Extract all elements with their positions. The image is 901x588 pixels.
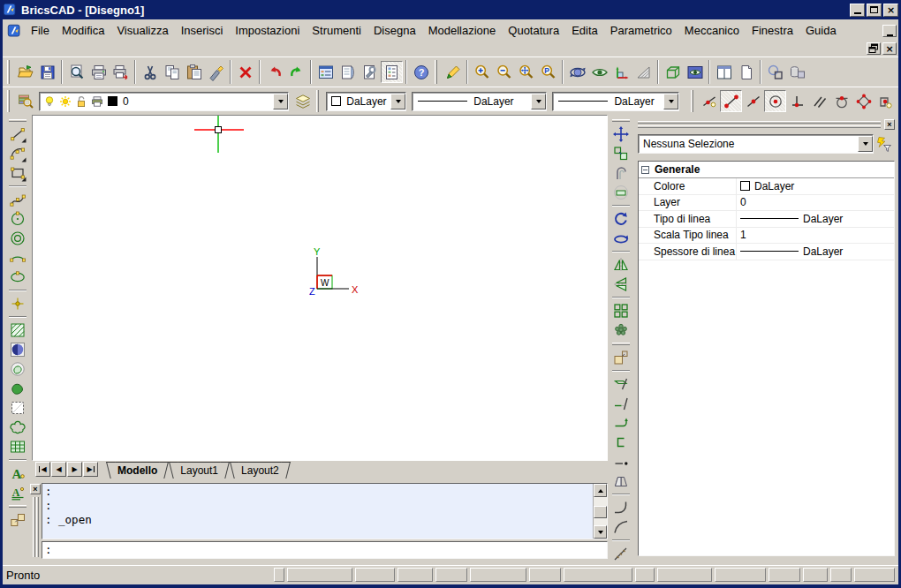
gradient-button[interactable] <box>7 340 28 359</box>
wipeout-button[interactable] <box>7 398 28 418</box>
entity-select-button[interactable] <box>764 61 786 83</box>
render-button[interactable] <box>684 61 706 83</box>
unlock-icon[interactable] <box>74 94 88 109</box>
copy-button[interactable] <box>161 61 183 83</box>
block-button[interactable] <box>7 510 28 530</box>
layer-states-button[interactable] <box>292 90 314 112</box>
snap-tangent-button[interactable] <box>830 90 852 112</box>
command-dock-close-button[interactable]: × <box>30 484 41 494</box>
property-filter-button[interactable] <box>874 134 895 154</box>
property-row[interactable]: ColoreDaLayer <box>639 178 894 195</box>
chamfer-button[interactable] <box>610 544 632 563</box>
toolbar-grip[interactable] <box>612 343 630 345</box>
mtext-button[interactable]: A <box>7 483 28 502</box>
lineweight-combo[interactable]: DaLayer <box>552 92 679 111</box>
selection-combo[interactable]: Nessuna Selezione <box>638 134 874 154</box>
arc-button[interactable] <box>7 144 28 163</box>
snap-endpoint-button[interactable] <box>720 90 742 112</box>
boundary-button[interactable] <box>7 379 28 398</box>
zoom-in-button[interactable] <box>471 61 493 83</box>
lengthen-button[interactable] <box>610 413 632 433</box>
scrollbar-up-button[interactable] <box>594 484 607 497</box>
snap-parallel-button[interactable] <box>808 90 830 112</box>
selection-combo-dropdown-button[interactable] <box>858 136 873 152</box>
first-tab-button[interactable]: ◀ <box>35 462 50 477</box>
region-button[interactable] <box>7 359 28 379</box>
menu-item-disegna[interactable]: Disegna <box>367 20 422 41</box>
snap-insertion-button[interactable] <box>874 90 897 112</box>
ucs-icon-button[interactable] <box>610 61 632 83</box>
properties-button[interactable] <box>381 61 403 83</box>
box-3d-button[interactable] <box>662 61 684 83</box>
collapse-icon[interactable] <box>641 166 649 174</box>
property-value[interactable]: DaLayer <box>736 244 894 260</box>
undo-button[interactable] <box>263 61 285 83</box>
cut-button[interactable] <box>139 61 161 83</box>
slice-button[interactable] <box>610 471 632 491</box>
circle-button[interactable] <box>7 209 28 229</box>
scrollbar-track[interactable] <box>594 497 607 525</box>
spline-button[interactable] <box>7 190 28 209</box>
scale-button[interactable] <box>610 348 632 367</box>
help-button[interactable]: ? <box>410 61 432 83</box>
sheet-set-button[interactable] <box>337 61 359 83</box>
orbit-button[interactable] <box>566 61 588 83</box>
rectangle-button[interactable] <box>7 163 28 183</box>
linetype-combo-dropdown-button[interactable] <box>531 94 546 109</box>
previous-tab-button[interactable]: ◀ <box>51 462 66 477</box>
extend-button[interactable] <box>610 394 632 413</box>
zoom-previous-button[interactable]: P <box>537 61 559 83</box>
erase-button[interactable] <box>234 61 256 83</box>
next-tab-button[interactable]: ▶ <box>67 462 82 477</box>
solids-button[interactable] <box>786 61 808 83</box>
layer-combo[interactable]: 0 <box>39 92 289 111</box>
print-button[interactable] <box>87 61 110 83</box>
redo-button[interactable] <box>285 61 307 83</box>
property-value[interactable]: 0 <box>736 195 894 211</box>
snap-center-button[interactable] <box>764 90 786 112</box>
rotate-button[interactable] <box>610 209 632 229</box>
ellipse-button[interactable] <box>7 268 28 287</box>
drawing-canvas[interactable]: Y W Z X <box>32 115 608 461</box>
mdi-close-button[interactable]: × <box>882 42 897 55</box>
menu-item-parametrico[interactable]: Parametrico <box>604 20 678 41</box>
tile-windows-button[interactable] <box>713 61 735 83</box>
move-button[interactable] <box>610 124 632 144</box>
text-button[interactable]: A <box>7 464 28 483</box>
lineweight-combo-dropdown-button[interactable] <box>663 94 678 109</box>
linetype-combo[interactable]: DaLayer <box>412 92 547 111</box>
offset-button[interactable] <box>610 163 632 183</box>
mirror-3d-button[interactable] <box>610 275 632 294</box>
settings-button[interactable] <box>359 61 381 83</box>
print-preview-button[interactable] <box>65 61 87 83</box>
menu-item-visualizza[interactable]: Visualizza <box>110 20 174 41</box>
menu-item-finestra[interactable]: Finestra <box>746 20 799 41</box>
zoom-extents-button[interactable] <box>515 61 537 83</box>
last-tab-button[interactable]: ▶ <box>83 462 98 477</box>
copy-obj-button[interactable] <box>610 144 632 163</box>
mirror-button[interactable] <box>610 255 632 275</box>
layer-combo-dropdown-button[interactable] <box>273 94 288 109</box>
color-combo-dropdown-button[interactable] <box>390 94 405 109</box>
menu-item-impostazioni[interactable]: Impostazioni <box>229 20 306 41</box>
look-button[interactable] <box>588 61 610 83</box>
bulb-on-icon[interactable] <box>42 94 57 109</box>
snap-perpendicular-button[interactable] <box>786 90 808 112</box>
open-button[interactable] <box>14 61 36 83</box>
menu-item-edita[interactable]: Edita <box>565 20 604 41</box>
hatch-button[interactable] <box>7 320 28 340</box>
property-row[interactable]: Spessore di lineaDaLayer <box>639 244 894 260</box>
menu-item-guida[interactable]: Guida <box>799 20 843 41</box>
menu-item-inserisci[interactable]: Inserisci <box>175 20 230 41</box>
rotate-3d-button[interactable] <box>610 229 632 248</box>
scrollbar-thumb[interactable] <box>594 506 607 518</box>
color-combo[interactable]: DaLayer <box>326 92 406 111</box>
snap-nearest-button[interactable] <box>698 90 720 112</box>
command-history-scrollbar[interactable] <box>593 484 607 539</box>
command-dock-handle[interactable]: × <box>29 483 42 559</box>
menu-item-strumenti[interactable]: Strumenti <box>306 20 367 41</box>
scrollbar-down-button[interactable] <box>594 525 607 539</box>
sun-icon[interactable] <box>58 94 72 109</box>
menu-item-quotatura[interactable]: Quotatura <box>502 20 565 41</box>
printer-small-icon[interactable] <box>90 94 104 109</box>
